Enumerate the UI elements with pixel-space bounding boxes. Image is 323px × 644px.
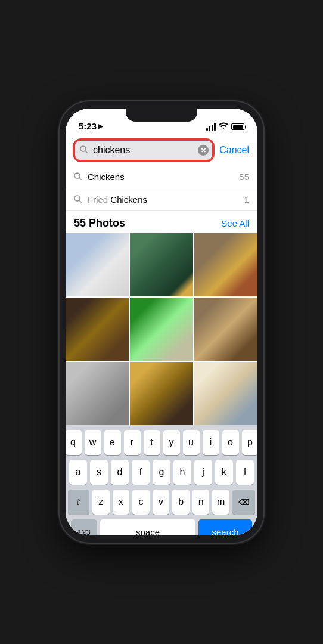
search-bar[interactable]: chickens: [74, 140, 213, 161]
suggestion-count-2: 1: [244, 194, 249, 205]
key-y[interactable]: y: [163, 430, 180, 455]
status-time: 5:23 ▶: [79, 121, 103, 131]
photos-section: 55 Photos See All: [66, 211, 257, 425]
space-key[interactable]: space: [100, 519, 195, 535]
svg-point-2: [74, 173, 80, 178]
suggestions-list: Chickens 55 Fried Chickens 1: [66, 166, 257, 211]
search-area: chickens Cancel: [66, 135, 257, 166]
svg-point-0: [80, 146, 86, 151]
key-f[interactable]: f: [132, 460, 150, 485]
svg-point-4: [74, 196, 80, 201]
search-bar-wrapper: chickens: [74, 140, 213, 161]
key-i[interactable]: i: [203, 430, 219, 455]
key-z[interactable]: z: [92, 490, 110, 515]
key-k[interactable]: k: [215, 460, 233, 485]
photos-title: 55 Photos: [74, 217, 125, 230]
svg-line-3: [80, 178, 82, 179]
clear-search-button[interactable]: [198, 145, 209, 156]
phone-frame: 5:23 ▶: [60, 101, 263, 543]
key-w[interactable]: w: [85, 430, 101, 455]
suggestion-text-1: Chickens: [88, 172, 239, 182]
location-icon: ▶: [98, 123, 103, 129]
photo-6[interactable]: [194, 298, 257, 361]
signal-bars: [206, 123, 216, 131]
keyboard: q w e r t y u i o p a s d f g h j k: [66, 425, 257, 535]
suggestion-search-icon-1: [74, 172, 82, 182]
key-c[interactable]: c: [132, 490, 150, 515]
signal-bar-3: [212, 125, 213, 131]
photo-5[interactable]: [130, 298, 193, 361]
photo-grid: [66, 233, 257, 425]
key-v[interactable]: v: [153, 490, 170, 515]
numbers-key[interactable]: 123: [71, 519, 97, 535]
keyboard-row-3: ⇧ z x c v b n m ⌫: [68, 490, 255, 515]
key-p[interactable]: p: [242, 430, 258, 455]
battery-icon: [231, 123, 244, 130]
key-r[interactable]: r: [124, 430, 141, 455]
search-key[interactable]: search: [198, 519, 252, 535]
photo-1[interactable]: [66, 233, 129, 296]
suggestion-count-1: 55: [239, 172, 249, 182]
delete-key[interactable]: ⌫: [232, 490, 255, 515]
shift-key[interactable]: ⇧: [68, 490, 89, 515]
key-s[interactable]: s: [90, 460, 108, 485]
key-h[interactable]: h: [173, 460, 191, 485]
key-o[interactable]: o: [222, 430, 239, 455]
status-icons: [206, 122, 245, 131]
key-j[interactable]: j: [194, 460, 212, 485]
key-g[interactable]: g: [153, 460, 170, 485]
keyboard-row-2: a s d f g h j k l: [68, 460, 255, 485]
key-m[interactable]: m: [212, 490, 229, 515]
key-b[interactable]: b: [172, 490, 190, 515]
key-n[interactable]: n: [192, 490, 210, 515]
photo-9[interactable]: [194, 362, 257, 425]
signal-bar-1: [206, 128, 208, 131]
suggestion-text-2: Fried Chickens: [88, 194, 244, 205]
suggestion-fried-chickens[interactable]: Fried Chickens 1: [66, 188, 257, 211]
key-a[interactable]: a: [69, 460, 87, 485]
keyboard-row-4: 123 space search: [68, 519, 255, 535]
key-u[interactable]: u: [183, 430, 200, 455]
key-q[interactable]: q: [66, 430, 82, 455]
search-bar-icon: [80, 145, 88, 155]
photo-4[interactable]: [66, 298, 129, 361]
key-e[interactable]: e: [104, 430, 121, 455]
photo-3[interactable]: [194, 233, 257, 296]
key-t[interactable]: t: [144, 430, 160, 455]
cancel-button[interactable]: Cancel: [219, 145, 249, 156]
key-l[interactable]: l: [236, 460, 254, 485]
photo-8[interactable]: [130, 362, 193, 425]
wifi-icon: [219, 122, 228, 131]
notch: [126, 109, 197, 122]
photo-7[interactable]: [66, 362, 129, 425]
see-all-button[interactable]: See All: [221, 218, 249, 228]
suggestion-chickens[interactable]: Chickens 55: [66, 166, 257, 188]
phone-screen: 5:23 ▶: [66, 109, 257, 535]
keyboard-row-1: q w e r t y u i o p: [68, 430, 255, 455]
search-input-value: chickens: [93, 145, 193, 156]
battery-fill: [233, 125, 243, 129]
key-d[interactable]: d: [111, 460, 129, 485]
time-display: 5:23: [79, 121, 97, 131]
photo-2[interactable]: [130, 233, 193, 296]
signal-bar-4: [214, 123, 216, 131]
svg-line-1: [86, 151, 88, 153]
suggestion-search-icon-2: [74, 195, 82, 205]
photos-header: 55 Photos See All: [66, 211, 257, 233]
suggestion-prefix-2: Fried: [88, 194, 110, 205]
signal-bar-2: [209, 126, 210, 131]
svg-line-5: [80, 200, 82, 202]
key-x[interactable]: x: [113, 490, 130, 515]
